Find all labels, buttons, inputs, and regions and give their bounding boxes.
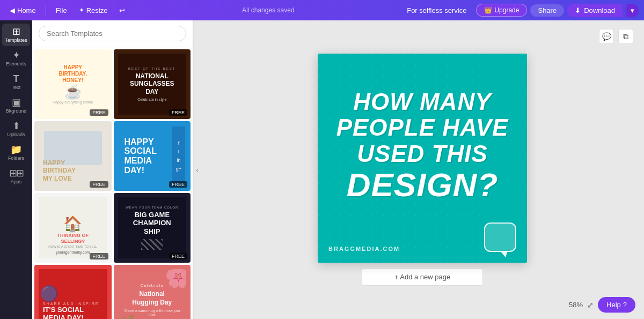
t6-stripes	[141, 239, 163, 250]
sidebar-item-background[interactable]: ▣ Bkground	[2, 94, 30, 117]
file-label: File	[56, 6, 67, 14]
add-page-button[interactable]: + Add a new page	[362, 268, 483, 286]
search-input[interactable]	[39, 26, 186, 41]
sidebar-item-folders[interactable]: 📁 Folders	[2, 142, 30, 164]
undo-button[interactable]: ↩	[115, 4, 129, 17]
document-title: For selfless service	[407, 6, 466, 14]
template-card-big-game[interactable]: WEAR YOUR TEAM COLOR BIG GAMECHAMPIONSHI…	[114, 193, 191, 263]
download-button[interactable]: ⬇ Download	[567, 4, 623, 17]
sidebar-text-label: Text	[12, 85, 21, 90]
undo-icon: ↩	[119, 6, 125, 14]
search-bar	[32, 20, 193, 47]
t7-decoration: 🔵	[40, 285, 58, 302]
canvas-actions: 💬 ⧉	[599, 29, 633, 44]
template-card-social-media2[interactable]: SHARE AND INSPIRE IT'S SOCIALMEDIA DAY! …	[34, 265, 112, 319]
template-card-birthday-honey[interactable]: HAPPYBIRTHDAY,HONEY! ☕ Happy everything …	[34, 49, 112, 119]
copy-design-button[interactable]: ⧉	[618, 29, 633, 44]
canvas-main-text: HOW MANY PEOPLE HAVE USED THIS DESIGN?	[336, 89, 509, 203]
apps-icon: ⊞⊞	[9, 168, 23, 178]
template-card-sunglasses-day[interactable]: BEST OF THE BEST NATIONALSUNGLASSESDAY C…	[114, 49, 191, 119]
templates-grid: HAPPYBIRTHDAY,HONEY! ☕ Happy everything …	[32, 47, 193, 319]
t2-eyewear-label: BEST OF THE BEST	[128, 67, 175, 70]
share-button[interactable]: Share	[530, 4, 564, 17]
sidebar-elements-label: Elements	[6, 61, 26, 66]
t3-title: HAPPYBIRTHDAYMY LOVE	[43, 159, 76, 182]
t5-house-icon: 🏠	[63, 215, 82, 233]
help-button[interactable]: Help ?	[598, 297, 635, 313]
t3-free-badge: FREE	[90, 181, 108, 188]
background-icon: ▣	[12, 98, 21, 107]
sidebar-item-text[interactable]: T Text	[2, 71, 30, 93]
t1-title: HAPPYBIRTHDAY,HONEY!	[59, 64, 87, 84]
t8-title: NationalHugging Day	[132, 290, 172, 307]
t5-subtitle: NOW IS A GREAT TIME TO SELL	[48, 245, 97, 248]
canvas-area: 💬 ⧉ HOW MANY PEOPLE HAVE USED THIS DE	[201, 20, 644, 319]
canvas-brand-text: BRAGGMEDIA.COM	[328, 246, 400, 252]
nav-divider-1	[46, 5, 46, 16]
t4-title: HAPPYSOCIALMEDIADAY!	[125, 137, 157, 175]
home-button[interactable]: ◀ Home	[5, 4, 40, 17]
download-dropdown-button[interactable]: ▾	[626, 4, 639, 17]
panel-collapse-tab[interactable]: ‹	[193, 20, 201, 319]
sidebar-item-uploads[interactable]: ⬆ Uploads	[2, 118, 30, 140]
comment-icon: 💬	[602, 32, 611, 41]
t1-cup-icon: ☕	[64, 84, 82, 100]
t2-subtitle: Celebrate in style	[137, 98, 166, 101]
canvas-bottom-bar: BRAGGMEDIA.COM	[328, 222, 516, 252]
t2-title: NATIONALSUNGLASSESDAY	[130, 72, 174, 95]
t4-free-badge: FREE	[169, 181, 187, 188]
template-card-birthday-love[interactable]: HAPPYBIRTHDAYMY LOVE FREE	[34, 121, 112, 191]
canvas-text-line2: PEOPLE HAVE	[336, 115, 509, 140]
sidebar-item-apps[interactable]: ⊞⊞ Apps	[2, 165, 30, 188]
sidebar-background-label: Bkground	[6, 108, 27, 114]
zoom-level-text: 58%	[569, 301, 583, 309]
t5-free-badge: FREE	[90, 253, 108, 259]
templates-panel: HAPPYBIRTHDAY,HONEY! ☕ Happy everything …	[32, 20, 193, 319]
sidebar: ⊞ Templates ✦ Elements T Text ▣ Bkground…	[0, 20, 32, 319]
t6-free-badge: FREE	[169, 253, 187, 259]
template-card-social-media-day[interactable]: HAPPYSOCIALMEDIADAY! f t in g+ FREE	[114, 121, 191, 191]
home-label: Home	[17, 6, 36, 14]
t1-subtitle: Happy everything coffee	[53, 100, 93, 104]
collapse-icon: ‹	[196, 166, 199, 174]
template-card-thinking-selling[interactable]: 🏠 THINKING OFSELLING? NOW IS A GREAT TIM…	[34, 193, 112, 263]
zoom-expand-icon[interactable]: ⤢	[587, 301, 594, 309]
file-button[interactable]: File	[52, 4, 71, 17]
main-layout: ⊞ Templates ✦ Elements T Text ▣ Bkground…	[0, 20, 644, 319]
comment-button[interactable]: 💬	[599, 29, 614, 44]
changes-saved-text: All changes saved	[133, 6, 404, 14]
t5-title: THINKING OFSELLING?	[57, 233, 89, 245]
resize-icon: ✦	[79, 6, 84, 14]
canvas-text-line3: USED THIS	[336, 141, 509, 167]
t1-free-badge: FREE	[90, 109, 108, 116]
sidebar-apps-label: Apps	[11, 179, 22, 184]
t4-social-icons: f t in g+	[172, 127, 185, 186]
t6-label: WEAR YOUR TEAM COLOR	[126, 206, 178, 209]
chevron-down-icon: ▾	[631, 6, 634, 14]
t7-title: IT'S SOCIALMEDIA DAY!	[43, 306, 84, 319]
help-label: Help	[606, 301, 621, 309]
sidebar-item-templates[interactable]: ⊞ Templates	[2, 24, 30, 46]
template-card-hugging-day[interactable]: 🌸 🌿 Celebrate NationalHugging Day Share …	[114, 265, 191, 319]
canvas-design[interactable]: HOW MANY PEOPLE HAVE USED THIS DESIGN? B…	[318, 54, 527, 263]
top-navigation: ◀ Home File ✦ Resize ↩ All changes saved…	[0, 0, 644, 20]
templates-icon: ⊞	[12, 27, 20, 36]
download-icon: ⬇	[575, 6, 581, 14]
copy-icon: ⧉	[623, 32, 628, 41]
text-icon: T	[13, 74, 19, 84]
sidebar-uploads-label: Uploads	[7, 132, 25, 137]
resize-button[interactable]: ✦ Resize	[75, 4, 112, 17]
upgrade-button[interactable]: 👑 Upgrade	[476, 4, 527, 17]
chat-bubble-icon	[484, 222, 516, 252]
sidebar-item-elements[interactable]: ✦ Elements	[2, 47, 30, 70]
t6-title: BIG GAMECHAMPIONSHIP	[133, 211, 171, 236]
home-chevron-icon: ◀	[10, 6, 15, 14]
canvas-text-line4: DESIGN?	[336, 167, 509, 203]
uploads-icon: ⬆	[12, 121, 20, 131]
t8-label: Celebrate	[140, 283, 164, 288]
t2-free-badge: FREE	[169, 109, 187, 116]
folders-icon: 📁	[10, 145, 22, 154]
t8-subtitle: Share a warm hug with those you love	[122, 309, 182, 316]
t5-brand: youragentrealty.com	[56, 250, 90, 254]
bottom-right-controls: 58% ⤢ Help ?	[569, 297, 635, 313]
